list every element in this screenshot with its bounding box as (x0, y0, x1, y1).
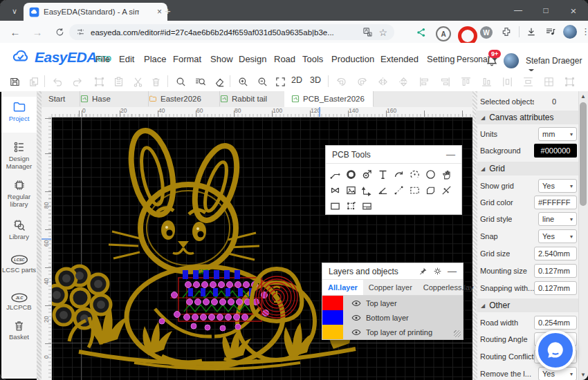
save-button[interactable] (7, 74, 22, 89)
tool-panelize[interactable] (359, 198, 375, 214)
menu-edit[interactable]: Edit (116, 52, 137, 66)
window-minimize-button[interactable]: — (506, 0, 530, 21)
align-grid-button[interactable] (541, 74, 556, 89)
window-close-button[interactable]: × (562, 0, 585, 21)
a-circle-extension-icon[interactable]: A (436, 26, 451, 41)
show-grid-select[interactable]: Yes▾ (538, 179, 577, 193)
grid-color-input[interactable]: #FFFFFF (534, 196, 577, 209)
translate-icon[interactable] (362, 27, 373, 37)
snap-select[interactable]: Yes▾ (538, 229, 577, 243)
flip-horizontal-button[interactable] (375, 74, 390, 89)
doc-tab-rabbit-tail[interactable]: Rabbit tail (213, 91, 291, 106)
menu-place[interactable]: Place (141, 52, 169, 66)
puzzle-extensions-icon[interactable] (501, 26, 512, 37)
forward-button[interactable]: → (30, 25, 44, 39)
copy-with-place-button[interactable] (91, 74, 107, 89)
site-settings-icon[interactable] (76, 28, 85, 37)
save-all-button[interactable] (26, 74, 42, 89)
rotate-right-button[interactable] (354, 74, 369, 89)
align-top-button[interactable] (458, 74, 473, 89)
mounting-size-input[interactable]: 0.127mm (534, 264, 577, 278)
menu-file[interactable]: File (93, 52, 113, 66)
tool-rect[interactable] (327, 198, 343, 214)
delete-button[interactable] (148, 74, 163, 89)
doc-tab-hase[interactable]: Hase (73, 91, 149, 106)
redo-button[interactable] (69, 74, 84, 89)
tool-arc[interactable] (391, 167, 407, 182)
scroll-down-arrow[interactable]: ▼ (579, 370, 587, 379)
eye-icon[interactable] (351, 327, 361, 337)
minimize-panel-icon[interactable]: — (448, 266, 457, 276)
chat-support-button[interactable] (535, 330, 576, 370)
doc-tab-pcb-easter2026[interactable]: PCB_Easter2026 (284, 91, 374, 107)
section-grid[interactable]: ◢Grid (476, 162, 583, 175)
w-circle-extension-icon[interactable]: W (480, 26, 493, 39)
menu-design[interactable]: Design (236, 52, 269, 66)
reload-button[interactable] (53, 25, 66, 39)
rotate-left-button[interactable] (333, 74, 349, 89)
tool-arc-by-center[interactable] (407, 167, 423, 182)
search-settings-button[interactable] (192, 74, 208, 89)
pcb-tools-titlebar[interactable]: PCB Tools — (326, 146, 461, 164)
eye-icon[interactable] (351, 298, 361, 308)
menu-show[interactable]: Show (208, 52, 236, 66)
pin-icon[interactable] (419, 267, 428, 276)
layers-tab-all[interactable]: All.layer (322, 280, 363, 295)
panel-resize-grip[interactable] (472, 91, 477, 380)
sidebar-item-regular-library[interactable]: Regular library (1, 178, 37, 208)
scrollbar-thumb[interactable] (580, 102, 587, 206)
align-bottom-button[interactable] (479, 74, 494, 89)
share-icon[interactable] (415, 26, 428, 39)
menu-setting[interactable]: Setting (424, 52, 457, 66)
layers-tab-copperless[interactable]: Copperless.lay (418, 280, 479, 295)
menu-format[interactable]: Format (170, 52, 204, 66)
tool-protractor[interactable] (375, 182, 391, 198)
scroll-up-arrow[interactable]: ▲ (579, 92, 587, 101)
section-canvas-attributes[interactable]: ◢Canvas attributes (476, 111, 583, 124)
sidebar-item-design-manager[interactable]: Design Manager (1, 140, 37, 170)
search-button[interactable] (173, 74, 188, 89)
tool-via[interactable] (359, 167, 375, 182)
layers-panel-titlebar[interactable]: Layers and objects — (322, 263, 463, 280)
gear-icon[interactable] (433, 267, 442, 276)
eraser-button[interactable] (212, 74, 227, 89)
zoom-in-button[interactable] (235, 74, 250, 89)
tool-track[interactable] (327, 167, 343, 182)
user-avatar[interactable] (504, 53, 519, 68)
window-maximize-button[interactable]: □ (534, 0, 558, 21)
distribute-vertical-button[interactable] (520, 74, 535, 89)
fit-screen-button[interactable] (273, 74, 288, 89)
distribute-horizontal-button[interactable] (499, 74, 515, 89)
profile-avatar[interactable] (563, 25, 577, 39)
sidebar-item-project[interactable]: Project (1, 100, 37, 123)
tool-measure[interactable] (391, 182, 407, 198)
sidebar-item-jlcpcb[interactable]: JLC JLCPCB (1, 293, 37, 312)
tool-drag[interactable] (439, 167, 454, 182)
layer-row-top-silk[interactable]: Top layer of printing (322, 325, 463, 339)
download-icon[interactable] (526, 26, 537, 37)
view-2d-button[interactable]: 2D (291, 75, 302, 85)
group-button[interactable] (562, 74, 577, 89)
kebab-menu-icon[interactable]: ⋮ (581, 26, 588, 37)
paste-button[interactable] (111, 74, 126, 89)
tool-group-align[interactable] (343, 198, 359, 214)
road-width-input[interactable]: 0.254mm (534, 316, 577, 330)
tool-pad[interactable] (343, 167, 359, 182)
section-other[interactable]: ◢Other (476, 298, 583, 312)
layer-row-bottom[interactable]: Bottom layer (322, 310, 463, 325)
background-color-swatch[interactable]: #000000 (534, 144, 577, 158)
undo-button[interactable] (50, 74, 65, 89)
menu-tools[interactable]: Tools (300, 52, 326, 66)
tool-solid-region[interactable] (423, 182, 439, 198)
snapping-width-input[interactable]: 0.127mm (534, 281, 577, 295)
units-select[interactable]: mm▾ (538, 127, 577, 141)
browser-tab[interactable]: EasyEDA(Standard) - A simple a × (24, 3, 167, 21)
eye-icon[interactable] (351, 313, 361, 323)
grid-size-input[interactable]: 2.540mm (534, 247, 577, 260)
tool-cut-polygon[interactable] (439, 182, 454, 198)
tab-search-button[interactable]: ∨ (8, 5, 21, 17)
address-bar[interactable]: easyeda.com/editor#id=27c4ae6b6b2d4f659a… (69, 24, 394, 40)
tool-origin[interactable] (359, 182, 375, 198)
new-tab-button[interactable]: + (165, 5, 171, 17)
layer-color-swatch[interactable] (322, 296, 343, 310)
